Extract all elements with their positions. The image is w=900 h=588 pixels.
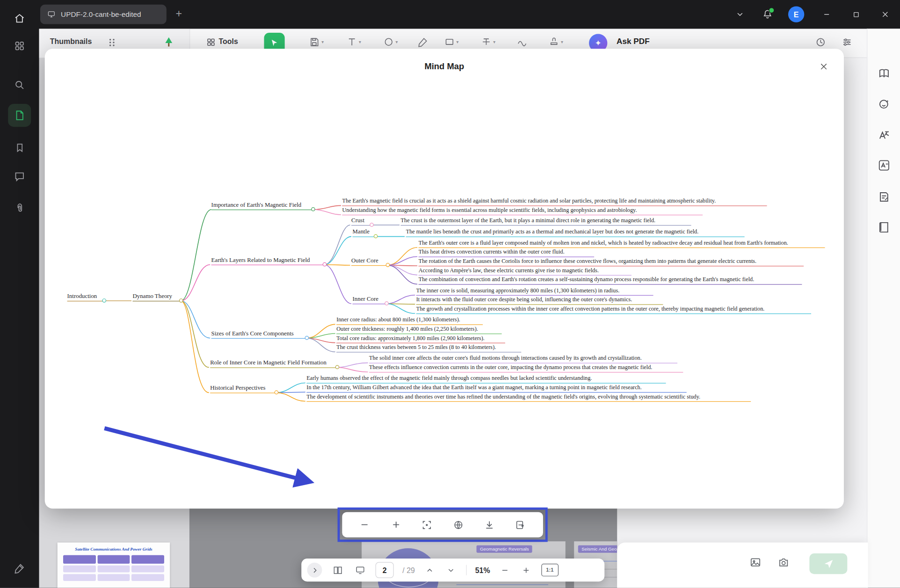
mindmap-leaf[interactable]: The growth and crystallization processes… bbox=[416, 305, 811, 314]
thumbnail-view-button[interactable] bbox=[331, 561, 344, 579]
node-label: Role of Inner Core in Magnetic Field For… bbox=[210, 359, 327, 365]
text-tool-icon[interactable]: ▾ bbox=[347, 37, 361, 47]
mindmap-leaf[interactable]: Inner core radius: about 800 miles (1,30… bbox=[336, 316, 483, 325]
presentation-button[interactable] bbox=[353, 561, 367, 579]
expand-panel-button[interactable] bbox=[307, 563, 322, 578]
mindmap-leaf[interactable]: The rotation of the Earth causes the Cor… bbox=[419, 257, 804, 267]
node-dot bbox=[305, 336, 309, 340]
page-thumbnail[interactable]: Satellite Communications And Power Grids bbox=[58, 543, 170, 588]
screenshot-button[interactable] bbox=[777, 557, 790, 568]
mindmap-leaf[interactable]: Early humans observed the effect of the … bbox=[306, 374, 666, 384]
shape-tool-icon[interactable]: ▾ bbox=[384, 37, 398, 47]
send-button[interactable] bbox=[809, 553, 847, 574]
fit-view-button[interactable] bbox=[418, 516, 435, 533]
download-button[interactable] bbox=[481, 516, 498, 533]
node-dot bbox=[102, 298, 106, 303]
mindmap-leaf[interactable]: Understanding how the magnetic field for… bbox=[342, 206, 703, 216]
mindmap-leaf[interactable]: The combination of convection and Earth'… bbox=[419, 276, 802, 285]
attachment-icon[interactable] bbox=[8, 196, 31, 219]
language-globe-button[interactable] bbox=[450, 516, 467, 533]
booklet-icon[interactable] bbox=[874, 218, 894, 237]
translate-box-icon[interactable] bbox=[874, 156, 894, 175]
node-label: Outer Core bbox=[351, 257, 378, 263]
ask-pdf-input-strip bbox=[617, 543, 868, 588]
mindmap-leaf[interactable]: The inner core is solid, measuring appro… bbox=[416, 286, 653, 296]
home-button[interactable] bbox=[8, 7, 31, 30]
summary-note-icon[interactable] bbox=[874, 187, 894, 207]
mindmap-leaf[interactable]: In the 17th century, William Gilbert adv… bbox=[306, 384, 686, 393]
draw-tool-icon[interactable] bbox=[516, 37, 527, 47]
page-text-line bbox=[457, 584, 548, 585]
zoom-out-page-button[interactable] bbox=[499, 561, 511, 579]
document-tab[interactable]: UPDF-2.0-cant-be-edited bbox=[40, 5, 167, 24]
add-image-button[interactable] bbox=[749, 557, 762, 568]
mindmap-leaf[interactable]: The Earth's magnetic field is crucial as… bbox=[342, 197, 767, 206]
mindmap-subtopic-node[interactable]: Outer Core bbox=[351, 257, 387, 266]
rect-tool-icon[interactable]: ▾ bbox=[444, 37, 459, 47]
node-dot bbox=[323, 262, 327, 267]
mindmap-branch-node[interactable]: Earth's Layers Related to Magnetic Field bbox=[211, 256, 325, 265]
mindmap-subtopic-node[interactable]: Inner Core bbox=[353, 295, 386, 305]
tools-grid-icon bbox=[207, 38, 215, 46]
mindmap-leaf[interactable]: The development of scientific instrument… bbox=[306, 392, 751, 402]
reader-mode-icon[interactable] bbox=[874, 64, 894, 83]
thumbnail-table bbox=[63, 555, 164, 581]
mindmap-branch-node[interactable]: Sizes of Earth's Core Components bbox=[211, 329, 307, 339]
mindmap-root-node[interactable]: Introduction bbox=[67, 292, 104, 302]
pen-tool-icon[interactable] bbox=[418, 37, 428, 47]
mindmap-leaf[interactable]: The crust is the outermost layer of the … bbox=[401, 217, 691, 226]
actual-size-button[interactable]: 1:1 bbox=[541, 564, 559, 576]
apps-grid-icon[interactable] bbox=[8, 35, 31, 58]
document-view-button[interactable] bbox=[8, 104, 31, 127]
tree-icon[interactable] bbox=[163, 36, 175, 49]
mindmap-leaf[interactable]: The mantle lies beneath the crust and pr… bbox=[406, 228, 745, 237]
next-page-button[interactable] bbox=[445, 561, 457, 579]
bookmark-icon[interactable] bbox=[8, 136, 31, 159]
tabs-dropdown-button[interactable] bbox=[733, 7, 747, 21]
ask-pdf-label[interactable]: Ask PDF bbox=[617, 37, 650, 46]
comments-icon[interactable] bbox=[8, 165, 31, 188]
settings-sliders-icon[interactable] bbox=[842, 37, 852, 48]
search-icon[interactable] bbox=[8, 73, 31, 96]
zoom-in-page-button[interactable] bbox=[520, 561, 532, 579]
title-bar: UPDF-2.0-cant-be-edited + E bbox=[0, 0, 900, 29]
page-number-input[interactable]: 2 bbox=[376, 562, 394, 578]
save-tool-icon[interactable]: ▾ bbox=[309, 37, 324, 48]
stamp-tool-icon[interactable]: ▾ bbox=[549, 37, 563, 47]
zoom-level[interactable]: 51% bbox=[475, 566, 490, 574]
mindmap-leaf[interactable]: These effects influence convection curre… bbox=[369, 363, 683, 373]
drag-dots-icon[interactable] bbox=[108, 38, 116, 47]
history-icon[interactable] bbox=[815, 37, 826, 48]
mindmap-subtopic-node[interactable]: Crust bbox=[351, 217, 371, 226]
modal-close-button[interactable] bbox=[818, 60, 830, 73]
mindmap-leaf[interactable]: According to Ampère's law, these electri… bbox=[419, 266, 631, 276]
stylus-icon[interactable] bbox=[8, 557, 31, 580]
sticker-icon[interactable] bbox=[874, 94, 894, 114]
user-avatar[interactable]: E bbox=[788, 6, 804, 22]
minimize-button[interactable] bbox=[820, 7, 833, 21]
mindmap-branch-node[interactable]: Role of Inner Core in Magnetic Field For… bbox=[210, 359, 337, 368]
mindmap-leaf[interactable]: The crust thickness varies between 5 to … bbox=[336, 343, 521, 353]
strikethrough-tool-icon[interactable]: ▾ bbox=[481, 37, 495, 47]
translate-icon[interactable] bbox=[874, 125, 894, 145]
mindmap-branch-node[interactable]: Historical Perspectives bbox=[210, 384, 276, 393]
mindmap-leaf[interactable]: The solid inner core affects the outer c… bbox=[369, 354, 677, 363]
mindmap-subtopic-node[interactable]: Mantle bbox=[353, 228, 376, 237]
maximize-button[interactable] bbox=[849, 7, 863, 21]
previous-page-button[interactable] bbox=[423, 561, 436, 579]
mindmap-leaf[interactable]: This heat drives convection currents wit… bbox=[419, 248, 595, 257]
mindmap-leaf[interactable]: The Earth's outer core is a fluid layer … bbox=[419, 239, 825, 248]
modal-title: Mind Map bbox=[45, 61, 844, 71]
mindmap-leaf[interactable]: Outer core thickness: roughly 1,400 mile… bbox=[336, 325, 501, 334]
notifications-button[interactable] bbox=[762, 9, 773, 20]
close-button[interactable] bbox=[878, 7, 892, 21]
mindmap-leaf[interactable]: Total core radius: approximately 1,800 m… bbox=[336, 334, 505, 343]
mindmap-leaf[interactable]: It interacts with the fluid outer core d… bbox=[416, 296, 663, 305]
new-tab-button[interactable]: + bbox=[176, 7, 182, 20]
export-button[interactable] bbox=[512, 516, 529, 533]
zoom-out-button[interactable] bbox=[356, 516, 373, 533]
zoom-in-button[interactable] bbox=[387, 516, 405, 533]
mindmap-branch-node[interactable]: Importance of Earth's Magnetic Field bbox=[211, 201, 313, 211]
mindmap-hub-node[interactable]: Dynamo Theory bbox=[132, 292, 181, 302]
left-rail bbox=[0, 0, 39, 588]
